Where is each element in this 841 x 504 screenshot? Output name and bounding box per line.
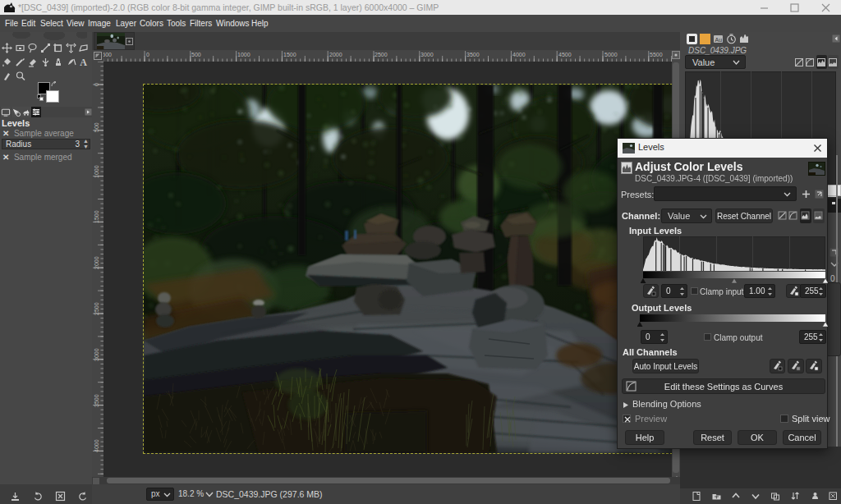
svg-text:3000: 3000 bbox=[420, 52, 434, 57]
svg-text:-500: -500 bbox=[103, 52, 112, 57]
svg-text:4000: 4000 bbox=[94, 439, 99, 452]
svg-text:500: 500 bbox=[191, 52, 201, 57]
svg-text:Au: Au bbox=[715, 37, 723, 43]
svg-text:3500: 3500 bbox=[94, 394, 99, 407]
svg-text:2000: 2000 bbox=[329, 52, 342, 57]
svg-text:0: 0 bbox=[94, 83, 99, 86]
svg-text:5000: 5000 bbox=[604, 52, 618, 57]
svg-text:2000: 2000 bbox=[94, 256, 99, 269]
svg-text:1000: 1000 bbox=[94, 165, 99, 178]
svg-text:2500: 2500 bbox=[94, 302, 99, 315]
svg-text:3000: 3000 bbox=[94, 348, 99, 361]
svg-text:3500: 3500 bbox=[466, 52, 480, 57]
svg-text:4500: 4500 bbox=[558, 52, 572, 57]
svg-text:1500: 1500 bbox=[94, 210, 99, 223]
svg-text:A: A bbox=[80, 57, 87, 67]
svg-text:4000: 4000 bbox=[512, 52, 526, 57]
svg-text:0: 0 bbox=[146, 52, 149, 57]
svg-text:5500: 5500 bbox=[650, 52, 663, 57]
svg-text:500: 500 bbox=[94, 122, 99, 132]
svg-text:1500: 1500 bbox=[283, 52, 296, 57]
svg-text:2500: 2500 bbox=[375, 52, 388, 57]
svg-text:1000: 1000 bbox=[237, 52, 250, 57]
